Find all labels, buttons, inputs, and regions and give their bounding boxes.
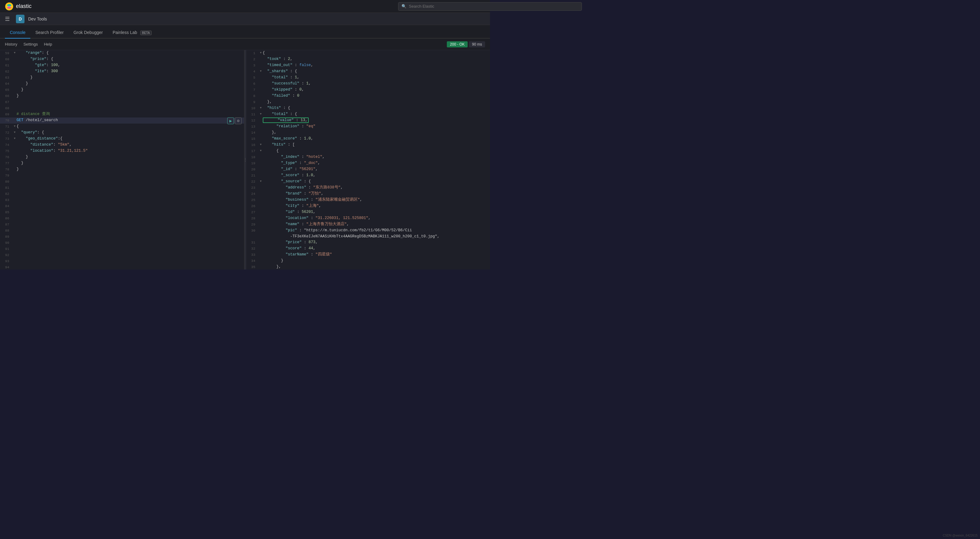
- output-fold-icon[interactable]: ▼: [259, 148, 263, 154]
- output-fold-icon[interactable]: ▼: [259, 50, 263, 56]
- output-line: 34 }: [246, 258, 490, 264]
- output-line-number: 12: [246, 117, 259, 124]
- line-number: 60: [0, 56, 13, 62]
- output-line-number: 1: [246, 50, 259, 56]
- output-line-number: 32: [246, 246, 259, 252]
- history-button[interactable]: History: [5, 42, 17, 46]
- output-line: 17▼ {: [246, 148, 490, 154]
- output-fold-icon[interactable]: ▼: [259, 142, 263, 148]
- output-line-number: 5: [246, 75, 259, 81]
- line-number: 80: [0, 179, 13, 185]
- line-number: 74: [0, 142, 13, 148]
- output-line-content: "total" : 1,: [263, 75, 488, 81]
- tab-painless-lab[interactable]: Painless Lab BETA: [108, 27, 156, 38]
- line-number: 69: [0, 111, 13, 117]
- output-line-content: "_index" : "hotel",: [263, 154, 488, 160]
- output-line: 28 "location" : "31.226031, 121.525801",: [246, 216, 490, 222]
- output-line: 29 "name" : "上海齐鲁万怡大酒店",: [246, 222, 490, 228]
- line-number: 88: [0, 228, 13, 234]
- output-line-content: },: [263, 99, 488, 105]
- output-line: 6 "successful" : 1,: [246, 81, 490, 87]
- editor-line: 67: [0, 99, 244, 105]
- output-line-content: "_source" : {: [263, 179, 488, 184]
- output-fold-icon[interactable]: ▼: [259, 68, 263, 75]
- fold-icon[interactable]: ▼: [13, 50, 16, 56]
- output-line-content: },: [263, 264, 488, 270]
- output-line-content: "failed" : 0: [263, 93, 488, 99]
- editor-line: 79: [0, 173, 244, 179]
- line-number: 79: [0, 173, 13, 179]
- line-number: 65: [0, 87, 13, 93]
- run-button[interactable]: ▶: [227, 117, 234, 124]
- hamburger-menu-icon[interactable]: ☰: [5, 16, 10, 22]
- output-line: 25 "business" : "浦东陆家嘴金融贸易区",: [246, 197, 490, 203]
- editor-line: 69# distance 查询: [0, 111, 244, 117]
- tab-grok-debugger[interactable]: Grok Debugger: [68, 27, 108, 38]
- output-line-number: 4: [246, 68, 259, 75]
- output-line-number: 20: [246, 166, 259, 173]
- editor-line: 80: [0, 179, 244, 185]
- line-number: 59: [0, 50, 13, 56]
- output-line-content: "relation" : "eq": [263, 124, 488, 129]
- editor-line: 93: [0, 258, 244, 264]
- output-line-number: 22: [246, 179, 259, 185]
- output-line-number: 34: [246, 258, 259, 264]
- output-line-content: "_shards" : {: [263, 68, 488, 75]
- line-number: 82: [0, 191, 13, 197]
- editor-line: 86: [0, 216, 244, 222]
- output-line: 1▼{: [246, 50, 490, 56]
- line-content: "location": "31.21,121.5": [16, 148, 242, 154]
- output-fold-icon[interactable]: ▼: [259, 111, 263, 117]
- output-line-content: "address" : "东方路838号",: [263, 185, 488, 190]
- highlighted-value: "value" : 13,: [263, 117, 309, 123]
- output-fold-icon[interactable]: ▼: [259, 179, 263, 184]
- output-line: 31 "price" : 873,: [246, 239, 490, 246]
- editor-line: 74 "distance": "5km",: [0, 142, 244, 148]
- output-line: 12 "value" : 13,: [246, 117, 490, 124]
- fold-icon[interactable]: ▼: [13, 124, 16, 129]
- output-line: 32 "score" : 44,: [246, 246, 490, 252]
- secondary-navigation: ☰ D Dev Tools: [0, 13, 490, 25]
- output-line: 21 "_score" : 1.0,: [246, 173, 490, 179]
- output-line-content: "location" : "31.226031, 121.525801",: [263, 216, 488, 221]
- output-line-number: 15: [246, 136, 259, 142]
- output-line-number: 10: [246, 105, 259, 111]
- tab-console[interactable]: Console: [5, 27, 30, 38]
- output-line: 16▼ "hits" : [: [246, 142, 490, 148]
- output-line: 8 "failed" : 0: [246, 93, 490, 99]
- fold-icon[interactable]: ▼: [13, 130, 16, 136]
- search-input[interactable]: [409, 4, 490, 9]
- help-button[interactable]: Help: [44, 42, 52, 46]
- line-content: "price": {: [16, 56, 242, 62]
- output-line: 26 "city" : "上海",: [246, 203, 490, 209]
- output-line-content: },: [263, 130, 488, 136]
- output-line-number: 33: [246, 252, 259, 258]
- fold-icon[interactable]: ▼: [13, 136, 16, 142]
- tab-search-profiler[interactable]: Search Profiler: [30, 27, 68, 38]
- output-code-area[interactable]: 1▼{2 "took" : 2,3 "timed_out" : false,4▼…: [246, 50, 490, 270]
- output-line-number: 7: [246, 87, 259, 93]
- output-line-number: 25: [246, 197, 259, 203]
- output-line: 33 "starName" : "四星级": [246, 252, 490, 258]
- editor-code-area[interactable]: 59▼ "range": {60 "price": {61 "gte": 100…: [0, 50, 244, 270]
- output-line: -TF3eXKeIJeN7AASiKHbTtx4AAGRegDSBzMABKJA…: [246, 234, 490, 239]
- output-line-content: {: [263, 148, 488, 154]
- output-line-number: 18: [246, 154, 259, 160]
- line-number: 94: [0, 264, 13, 270]
- output-fold-icon[interactable]: ▼: [259, 105, 263, 111]
- output-line: 22▼ "_source" : {: [246, 179, 490, 185]
- editor-line: 77 }: [0, 160, 244, 166]
- editor-line: 68: [0, 105, 244, 111]
- output-line-content: "skipped" : 0,: [263, 87, 488, 93]
- app-badge: D: [16, 15, 24, 23]
- line-content: {: [16, 124, 242, 129]
- editor-line: 78}: [0, 166, 244, 173]
- line-number: 86: [0, 216, 13, 222]
- global-search-bar[interactable]: 🔍: [398, 2, 490, 11]
- output-line-number: 9: [246, 99, 259, 105]
- status-area: 200 - OK 90 ms: [447, 41, 485, 48]
- editor-panel: 59▼ "range": {60 "price": {61 "gte": 100…: [0, 50, 244, 270]
- copy-button[interactable]: ⚙: [235, 117, 242, 124]
- settings-button[interactable]: Settings: [23, 42, 38, 46]
- output-line-number: 31: [246, 239, 259, 246]
